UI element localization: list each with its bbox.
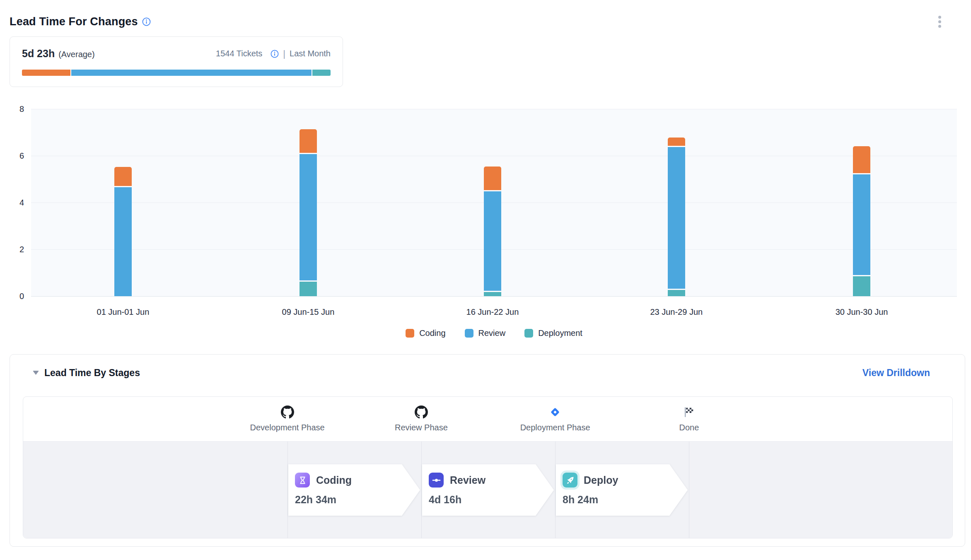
info-icon[interactable] — [142, 17, 151, 26]
summary-segment-deployment — [312, 70, 331, 76]
rocket-icon — [563, 473, 577, 488]
stage-card-deploy[interactable]: Deploy8h 24m — [556, 464, 688, 516]
period-label: Last Month — [290, 49, 331, 58]
tickets-count: 1544 Tickets — [216, 49, 262, 58]
gridline-y6 — [31, 156, 957, 156]
y-axis-tick-4: 4 — [6, 198, 24, 208]
bar-segment-deployment[interactable] — [668, 290, 685, 296]
column-divider — [421, 442, 422, 538]
summary-segment-coding — [22, 70, 70, 76]
x-axis-label: 09 Jun-15 Jun — [258, 307, 358, 317]
legend-item-review[interactable]: Review — [465, 328, 506, 338]
phase-label: Deployment Phase — [520, 423, 590, 432]
stage-name: Coding — [316, 474, 352, 486]
phase-label: Done — [679, 423, 699, 432]
bar-group-23 Jun-29 Jun[interactable] — [668, 138, 685, 296]
bar-segment-deployment[interactable] — [484, 292, 501, 296]
bar-segment-deployment[interactable] — [853, 276, 870, 296]
stages-title: Lead Time By Stages — [44, 367, 140, 379]
y-axis-tick-2: 2 — [6, 244, 24, 254]
lead-time-by-stages-panel: Lead Time By Stages View Drilldown Devel… — [10, 354, 965, 547]
x-axis-label: 01 Jun-01 Jun — [73, 307, 173, 317]
legend-chip-review — [465, 329, 473, 338]
stage-duration: 4d 16h — [429, 494, 554, 506]
x-axis-label: 16 Jun-22 Jun — [443, 307, 542, 317]
separator: | — [283, 48, 285, 59]
stage-table: Development PhaseReview PhaseDeployment … — [23, 396, 953, 538]
phase-header-done: Done — [639, 397, 739, 441]
column-divider — [689, 442, 689, 538]
bar-segment-review[interactable] — [853, 174, 870, 275]
page-title: Lead Time For Changes — [10, 15, 138, 28]
github-icon — [281, 405, 294, 419]
stage-card-review[interactable]: Review4d 16h — [422, 464, 554, 516]
page-header: Lead Time For Changes — [10, 12, 959, 31]
y-axis-tick-0: 0 — [6, 291, 24, 301]
jira-icon — [549, 405, 561, 419]
stage-duration: 8h 24m — [563, 494, 688, 506]
legend-item-deployment[interactable]: Deployment — [524, 328, 582, 338]
kebab-menu-icon[interactable] — [935, 13, 944, 30]
average-label: (Average) — [58, 50, 94, 59]
summary-progress-bar — [22, 70, 331, 76]
stage-name: Review — [450, 474, 485, 486]
bar-segment-review[interactable] — [668, 147, 685, 289]
column-divider — [555, 442, 556, 538]
column-divider — [287, 442, 288, 538]
bar-segment-review[interactable] — [114, 187, 132, 296]
stage-table-body: Coding22h 34mReview4d 16hDeploy8h 24m — [23, 441, 952, 538]
legend-label: Coding — [419, 328, 445, 338]
stage-name: Deploy — [584, 474, 618, 486]
chart-legend: CodingReviewDeployment — [31, 328, 957, 338]
phase-label: Development Phase — [250, 423, 325, 432]
stages-header: Lead Time By Stages View Drilldown — [33, 365, 930, 380]
bar-group-30 Jun-30 Jun[interactable] — [853, 146, 870, 296]
hourglass-icon — [295, 473, 310, 488]
lead-time-chart: CodingReviewDeployment 0246801 Jun-01 Ju… — [0, 104, 971, 352]
bar-group-09 Jun-15 Jun[interactable] — [300, 129, 317, 296]
y-axis-tick-8: 8 — [6, 104, 24, 114]
average-lead-time-value: 5d 23h — [22, 48, 55, 60]
bar-segment-coding[interactable] — [668, 138, 685, 146]
bar-segment-coding[interactable] — [484, 167, 501, 190]
legend-item-coding[interactable]: Coding — [406, 328, 445, 338]
bar-segment-coding[interactable] — [853, 146, 870, 173]
view-drilldown-link[interactable]: View Drilldown — [862, 367, 930, 379]
lead-time-for-changes-widget: Lead Time For Changes 5d 23h (Average) 1… — [0, 0, 971, 560]
bar-segment-review[interactable] — [300, 154, 317, 280]
summary-card: 5d 23h (Average) 1544 Tickets | Last Mon… — [10, 36, 343, 87]
bar-group-16 Jun-22 Jun[interactable] — [484, 167, 501, 296]
plot-area — [31, 109, 957, 297]
bar-segment-review[interactable] — [484, 191, 501, 291]
x-axis-label: 23 Jun-29 Jun — [627, 307, 726, 317]
bar-segment-coding[interactable] — [300, 129, 317, 153]
legend-label: Deployment — [538, 328, 582, 338]
x-axis-label: 30 Jun-30 Jun — [812, 307, 911, 317]
stage-duration: 22h 34m — [295, 494, 420, 506]
collapse-triangle-icon[interactable] — [33, 371, 39, 375]
github-icon — [415, 405, 428, 419]
tickets-info-icon[interactable] — [271, 50, 279, 58]
y-axis-tick-6: 6 — [6, 151, 24, 161]
bar-segment-coding[interactable] — [114, 167, 132, 186]
gridline-y8 — [31, 109, 957, 109]
legend-chip-deployment — [524, 329, 533, 338]
phase-header-review-phase: Review Phase — [372, 397, 471, 441]
phase-label: Review Phase — [395, 423, 448, 432]
bar-group-01 Jun-01 Jun[interactable] — [114, 167, 132, 296]
phase-header-deployment-phase: Deployment Phase — [505, 397, 605, 441]
summary-segment-review — [71, 70, 312, 76]
checkered-flag-icon — [683, 405, 695, 419]
legend-label: Review — [478, 328, 506, 338]
bar-segment-deployment[interactable] — [300, 282, 317, 296]
legend-chip-coding — [406, 329, 414, 338]
commit-icon — [429, 473, 444, 488]
stage-card-coding[interactable]: Coding22h 34m — [288, 464, 420, 516]
phase-header-development-phase: Development Phase — [238, 397, 337, 441]
